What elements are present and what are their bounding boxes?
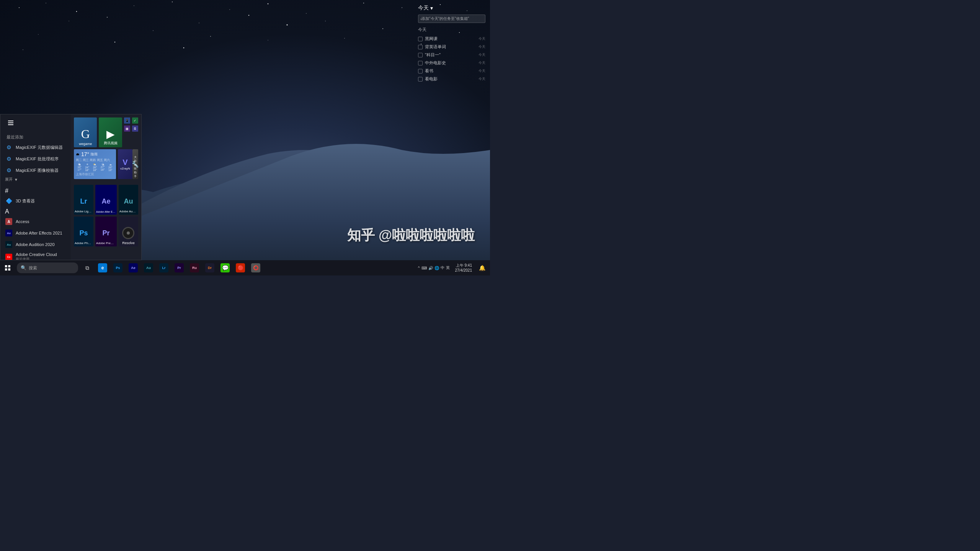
notification-center-button[interactable]: 🔔 [477, 265, 487, 271]
watermark: 知乎 @啦啦啦啦啦啦 [347, 226, 475, 245]
taskbar-davinci[interactable]: Dr [202, 260, 217, 276]
ae2021-icon: Ae [5, 229, 13, 237]
svg-point-6 [229, 9, 230, 10]
magicexif2-icon: ⚙ [5, 155, 13, 163]
taskbar-app-circle[interactable]: ⭕ [248, 260, 263, 276]
svg-point-19 [287, 24, 288, 26]
systray-chevron[interactable]: ^ [418, 266, 420, 270]
task-checkbox-1[interactable] [418, 37, 423, 41]
tile-lrc[interactable]: Lr Adobe Lightroom... [74, 185, 93, 215]
taskbar-pr[interactable]: Pr [172, 260, 187, 276]
systray-lang-en[interactable]: 英 [446, 265, 450, 271]
taskbar-wechat[interactable]: 💬 [217, 260, 233, 276]
svg-point-8 [306, 13, 306, 13]
systray-icon-1[interactable]: ⌨ [421, 266, 427, 270]
recently-added-header: 最近添加 [0, 133, 71, 142]
svg-point-24 [210, 36, 211, 37]
cc-icon: Cc [5, 253, 13, 260]
task-checkbox-3[interactable] [418, 53, 423, 57]
tile-install-helper[interactable]: 🔧 大彩物联助手 [132, 149, 138, 179]
tile-wegame[interactable]: G wegame [74, 117, 97, 147]
small-tile-2[interactable]: ✓ [132, 117, 138, 124]
systray-icon-2[interactable]: 🔊 [428, 266, 433, 270]
tile-ae[interactable]: Ae Adobe After Effects 2021 [95, 185, 117, 215]
task-checkbox-6[interactable] [418, 77, 423, 82]
svg-point-13 [69, 21, 69, 21]
taskbar-au[interactable]: Au [141, 260, 156, 276]
taskbar-apps: e Ps Ae Au Lr Pr Ru Dr � [95, 260, 418, 276]
svg-point-27 [268, 40, 268, 40]
start-item-3d[interactable]: 🔷 3D 查看器 [0, 195, 71, 207]
start-item-magicexif2[interactable]: ⚙ MagicEXIF 批批理程序 [0, 153, 71, 165]
taskbar-ae[interactable]: Ae [126, 260, 141, 276]
small-tile-1[interactable]: 📱 [124, 117, 130, 124]
systray-network[interactable]: 🌐 [434, 266, 439, 270]
section-hash: # [0, 186, 71, 195]
svg-point-17 [325, 21, 325, 21]
svg-point-20 [153, 30, 154, 31]
task-item-6[interactable]: 看电影 今天 [418, 75, 485, 83]
systray-lang-zh[interactable]: 中 [441, 265, 444, 271]
small-tile-3[interactable]: ▦ [124, 126, 130, 132]
task-checkbox-4[interactable] [418, 61, 423, 65]
start-item-magicexif1[interactable]: ⚙ MagicEXIF 元数据编辑器 [0, 142, 71, 153]
svg-point-16 [248, 15, 249, 16]
3d-icon: 🔷 [5, 197, 13, 205]
svg-point-26 [114, 42, 115, 42]
start-item-au2020[interactable]: Au Adobe Audition 2020 [0, 239, 71, 250]
svg-rect-35 [8, 268, 10, 271]
systray: ^ ⌨ 🔊 🌐 中 英 [418, 265, 450, 271]
tile-au[interactable]: Au Adobe Audition 2020 [119, 185, 138, 215]
task-view-icon: ⧉ [85, 265, 89, 271]
svg-point-14 [107, 17, 108, 18]
au2020-icon: Au [5, 241, 13, 248]
svg-point-29 [23, 49, 23, 50]
tile-vzrayn[interactable]: V vZrayN [118, 149, 132, 179]
start-item-cc[interactable]: Cc Adobe Creative Cloud 最近使用 [0, 250, 71, 260]
start-item-magicexif3[interactable]: ⚙ MagicEXIF 图像校验器 [0, 165, 71, 176]
hamburger-button[interactable] [0, 114, 71, 131]
start-item-ae2021[interactable]: Ae Adobe After Effects 2021 [0, 227, 71, 239]
search-icon: 🔍 [21, 265, 26, 271]
tile-tencent-video[interactable]: ▶ 腾讯视频 [99, 117, 122, 147]
tile-weather[interactable]: 🌧 17° 陰雨 周二 周三 周四 周五 周六 🌦18°17° ☀24°18° [74, 149, 116, 179]
task-item-5[interactable]: 看书 今天 [418, 67, 485, 75]
taskbar-search[interactable]: 🔍 搜索 [17, 262, 78, 273]
tile-resolve[interactable]: Resolve [119, 217, 138, 246]
tile-pr[interactable]: Pr Adobe Premiere Pro... [95, 217, 117, 246]
task-item-3[interactable]: "科目一" 今天 [418, 51, 485, 59]
svg-point-22 [38, 34, 38, 34]
svg-point-21 [382, 28, 383, 29]
taskbar-app-red[interactable]: 🔴 [233, 260, 248, 276]
taskbar-clock[interactable]: 上午 9:41 27/4/2021 [452, 263, 475, 273]
svg-point-1 [19, 7, 20, 8]
svg-point-4 [134, 5, 134, 6]
start-button[interactable] [0, 260, 15, 276]
task-view-button[interactable]: ⧉ [80, 260, 95, 276]
taskbar-ps[interactable]: Ps [110, 260, 126, 276]
taskbar-right: ^ ⌨ 🔊 🌐 中 英 上午 9:41 27/4/2021 🔔 [418, 263, 490, 273]
magicexif3-icon: ⚙ [5, 166, 13, 174]
section-a: A [0, 207, 71, 216]
svg-point-30 [183, 47, 185, 49]
taskbar-lrc[interactable]: Lr [156, 260, 172, 276]
task-checkbox-2[interactable] [418, 45, 423, 49]
svg-point-3 [76, 11, 77, 12]
svg-point-2 [46, 3, 46, 3]
taskbar-rush[interactable]: Ru [187, 260, 202, 276]
svg-point-7 [268, 3, 269, 5]
add-task-input[interactable]: 添加"今天"的任务至"收集箱" [418, 15, 485, 23]
task-item-1[interactable]: 黑网课 今天 [418, 35, 485, 43]
today-label: 今天 [418, 27, 485, 33]
start-item-access[interactable]: A Access [0, 216, 71, 227]
task-checkbox-5[interactable] [418, 69, 423, 73]
taskbar-edge[interactable]: e [95, 260, 110, 276]
tile-ps[interactable]: Ps Adobe Photoshop... [74, 217, 93, 246]
small-tile-4[interactable]: 🗓 [132, 126, 138, 132]
right-panel: 今天 ▾ 添加"今天"的任务至"收集箱" 今天 黑网课 今天 背英语单词 今天 … [413, 0, 490, 88]
expand-button[interactable]: 展开 ▼ [0, 176, 71, 183]
task-item-2[interactable]: 背英语单词 今天 [418, 43, 485, 51]
start-menu: 最近添加 ⚙ MagicEXIF 元数据编辑器 ⚙ MagicEXIF 批批理程… [0, 114, 142, 260]
task-item-4[interactable]: 中外电影史 今天 [418, 59, 485, 67]
svg-point-25 [344, 38, 345, 39]
